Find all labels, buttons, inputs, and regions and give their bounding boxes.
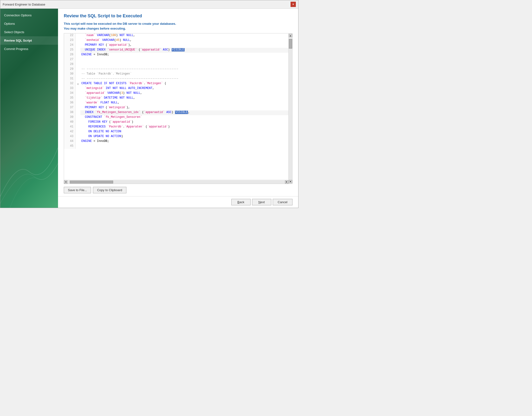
window-title: Forward Engineer to Database <box>3 3 45 6</box>
save-to-file-button[interactable]: Save to File... <box>64 187 91 193</box>
code-line-36: 36 `waarde` FLOAT NULL, <box>64 101 288 105</box>
vertical-scrollbar[interactable]: ▲ ▼ <box>288 33 292 184</box>
code-line-35: 35 `tijdstip` DATETIME NOT NULL, <box>64 96 288 101</box>
code-line-39: 39 CONSTRAINT `fk_Metingen_Sensoren` <box>64 115 288 120</box>
code-editor[interactable]: 22 `naam` VARCHAR(100) NOT NULL, 23 `een… <box>64 33 293 184</box>
sidebar-item-select-objects[interactable]: Select Objects <box>0 28 58 36</box>
scroll-down-button[interactable]: ▼ <box>289 180 292 183</box>
code-line-41: 41 REFERENCES `Packrdb`.`Apparaten` (`ap… <box>64 125 288 130</box>
sidebar-item-review-sql-script[interactable]: Review SQL Script <box>0 36 58 45</box>
collapse-icon[interactable]: ⊖ <box>77 83 79 85</box>
code-line-31: 31 -- ----------------------------------… <box>64 77 288 82</box>
back-button[interactable]: Back <box>231 199 251 205</box>
title-bar: Forward Engineer to Database × <box>0 0 298 9</box>
code-line-23: 23 `eenheid` VARCHAR(45) NULL, <box>64 38 288 43</box>
code-scroll-area[interactable]: 22 `naam` VARCHAR(100) NOT NULL, 23 `een… <box>64 33 288 180</box>
cancel-button[interactable]: Cancel <box>273 199 293 205</box>
code-line-37: 37 PRIMARY KEY (`metingsid`), <box>64 105 288 110</box>
header-title: Review the SQL Script to be Executed <box>64 13 293 19</box>
back-underline: Back <box>237 200 244 204</box>
code-line-25: 25 UNIQUE INDEX `sensorid_UNIQUE` (`appa… <box>64 48 288 53</box>
content-area: Connection Options Options Select Object… <box>0 9 298 208</box>
code-line-43: 43 ON UPDATE NO ACTION) <box>64 134 288 139</box>
code-line-29: 29 -- ----------------------------------… <box>64 67 288 72</box>
copy-to-clipboard-button[interactable]: Copy to Clipboard <box>93 187 126 193</box>
code-line-24: 24 PRIMARY KEY (`apparaatid`), <box>64 43 288 48</box>
next-button[interactable]: Next <box>252 199 271 205</box>
sidebar-item-connection-options[interactable]: Connection Options <box>0 11 58 19</box>
code-line-32: 32 ⊖ CREATE TABLE IF NOT EXISTS `Packrdb… <box>64 82 288 86</box>
header: Review the SQL Script to be Executed Thi… <box>58 9 298 33</box>
vertical-scroll-track[interactable] <box>289 38 292 180</box>
code-line-30: 30 -- Table `Packrdb`.`Metingen` <box>64 72 288 77</box>
vertical-scroll-thumb[interactable] <box>289 39 292 48</box>
next-underline: Next <box>258 200 265 204</box>
action-buttons: Save to File... Copy to Clipboard <box>58 184 298 196</box>
code-line-42: 42 ON DELETE NO ACTION <box>64 130 288 134</box>
header-subtitle: This script will now be executed on the … <box>64 21 293 31</box>
sidebar-item-options[interactable]: Options <box>0 19 58 28</box>
code-line-28: 28 <box>64 62 288 67</box>
code-line-38: 38 INDEX `fk_Metingen_Sensoren_idx` (`ap… <box>64 110 288 115</box>
code-line-40: 40 FOREIGN KEY (`apparaatid`) <box>64 120 288 125</box>
horizontal-scroll-thumb[interactable] <box>70 180 113 183</box>
main-content: Review the SQL Script to be Executed Thi… <box>58 9 298 208</box>
footer: Back Next Cancel <box>58 196 298 208</box>
code-line-45: 45 <box>64 144 288 149</box>
code-line-44: 44 ENGINE = InnoDB; <box>64 139 288 144</box>
close-button[interactable]: × <box>291 2 296 7</box>
sidebar-item-commit-progress[interactable]: Commit Progress <box>0 45 58 53</box>
code-content: 22 `naam` VARCHAR(100) NOT NULL, 23 `een… <box>64 33 288 184</box>
sidebar: Connection Options Options Select Object… <box>0 9 58 208</box>
code-line-33: 33 `metingsid` INT NOT NULL AUTO_INCREME… <box>64 86 288 91</box>
code-line-34: 34 `apparaatid` VARCHAR(3) NOT NULL, <box>64 91 288 96</box>
main-window: Forward Engineer to Database × Connectio… <box>0 0 298 208</box>
scroll-left-button[interactable]: ◄ <box>64 180 67 184</box>
scroll-right-button[interactable]: ► <box>285 180 288 184</box>
code-line-22: 22 `naam` VARCHAR(100) NOT NULL, <box>64 33 288 38</box>
code-line-26: 26 ENGINE = InnoDB; <box>64 53 288 57</box>
scroll-up-button[interactable]: ▲ <box>289 34 292 37</box>
code-line-27: 27 <box>64 57 288 62</box>
horizontal-scroll-track[interactable] <box>67 180 285 184</box>
horizontal-scrollbar[interactable]: ◄ ► <box>64 180 288 184</box>
